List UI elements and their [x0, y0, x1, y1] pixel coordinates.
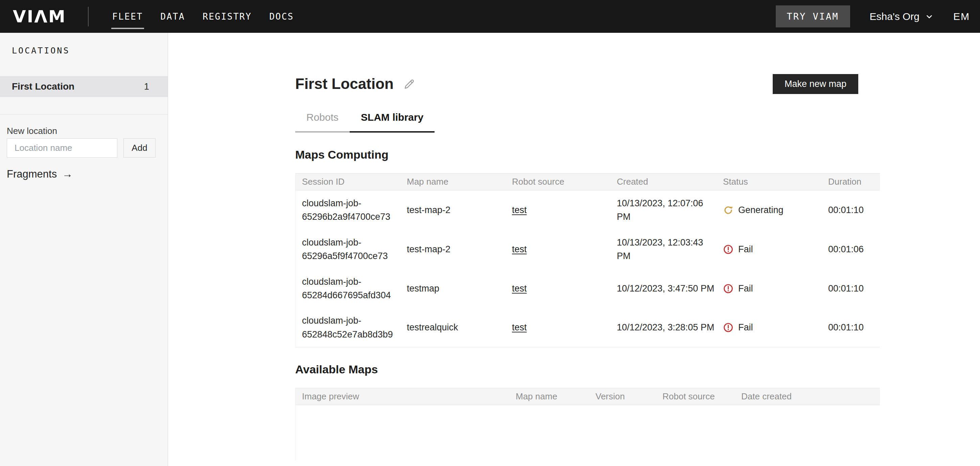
- main-content: First Location Make new map Robots SLAM …: [168, 33, 980, 466]
- edit-location-button[interactable]: [403, 78, 415, 90]
- map-name-cell: test-map-2: [400, 244, 506, 254]
- map-name-cell: test-map-2: [400, 205, 506, 215]
- alert-circle-icon: [723, 283, 733, 294]
- fragments-label: Fragments: [7, 168, 57, 180]
- column-header-version: Version: [589, 391, 656, 402]
- avatar[interactable]: EM: [953, 11, 970, 22]
- location-name-input[interactable]: [7, 138, 117, 157]
- sidebar-item-first-location[interactable]: First Location 1: [0, 76, 168, 97]
- status-cell: Fail: [717, 322, 822, 333]
- title-row: First Location Make new map: [295, 74, 880, 94]
- map-name-cell: testrealquick: [400, 322, 506, 333]
- table-row: cloudslam-job-65296b2a9f4700ce73 test-ma…: [296, 190, 880, 230]
- available-maps-table: Image preview Map name Version Robot sou…: [295, 388, 880, 461]
- location-count-badge: 1: [144, 81, 149, 92]
- created-cell: 10/13/2023, 12:07:06 PM: [610, 196, 717, 224]
- page-title: First Location: [295, 75, 394, 93]
- nav-divider: [88, 7, 89, 26]
- table-row: cloudslam-job-652848c52e7ab8d3b9 testrea…: [296, 308, 880, 347]
- locations-heading: LOCATIONS: [12, 46, 70, 56]
- session-id-cell: cloudslam-job-65296a5f9f4700ce73: [296, 236, 400, 263]
- pencil-icon: [403, 78, 415, 90]
- column-header-status: Status: [717, 177, 822, 187]
- table-row: cloudslam-job-65296a5f9f4700ce73 test-ma…: [296, 230, 880, 269]
- column-header-session-id: Session ID: [296, 177, 400, 187]
- status-label: Generating: [738, 205, 784, 215]
- duration-cell: 00:01:10: [822, 205, 880, 215]
- org-selector[interactable]: Esha's Org: [870, 11, 934, 22]
- robot-source-link[interactable]: test: [512, 283, 527, 294]
- tab-robots[interactable]: Robots: [295, 111, 350, 132]
- viam-logo[interactable]: VIΛM: [13, 8, 66, 25]
- robot-source-link[interactable]: test: [512, 322, 527, 332]
- created-cell: 10/12/2023, 3:47:50 PM: [610, 282, 717, 296]
- session-id-cell: cloudslam-job-65284d667695afd304: [296, 275, 400, 302]
- duration-cell: 00:01:10: [822, 283, 880, 294]
- session-id-cell: cloudslam-job-65296b2a9f4700ce73: [296, 196, 400, 224]
- tab-slam-library[interactable]: SLAM library: [350, 111, 434, 132]
- column-header-date-created: Date created: [735, 391, 880, 402]
- sidebar: LOCATIONS First Location 1 New location …: [0, 33, 168, 466]
- nav-item-registry[interactable]: REGISTRY: [202, 10, 251, 24]
- nav-right: TRY VIAM Esha's Org EM: [776, 5, 980, 27]
- table-row: cloudslam-job-65284d667695afd304 testmap…: [296, 269, 880, 308]
- chevron-down-icon: [925, 12, 934, 21]
- location-name: First Location: [12, 81, 75, 92]
- nav-item-docs[interactable]: DOCS: [269, 10, 294, 24]
- maps-computing-table-header: Session ID Map name Robot source Created…: [296, 173, 880, 190]
- make-new-map-button[interactable]: Make new map: [773, 74, 858, 94]
- available-maps-heading: Available Maps: [295, 363, 880, 376]
- refresh-icon: [723, 205, 733, 215]
- status-label: Fail: [738, 244, 753, 254]
- column-header-image-preview: Image preview: [296, 391, 509, 402]
- add-location-button[interactable]: Add: [123, 138, 156, 157]
- new-location-form: Add: [7, 138, 156, 157]
- column-header-robot-source: Robot source: [656, 391, 735, 402]
- column-header-map-name: Map name: [400, 177, 506, 187]
- fragments-link[interactable]: Fragments →: [7, 168, 73, 180]
- robot-source-link[interactable]: test: [512, 205, 527, 215]
- status-cell: Generating: [717, 205, 822, 215]
- org-name: Esha's Org: [870, 11, 920, 22]
- nav-item-fleet[interactable]: FLEET: [112, 10, 143, 24]
- maps-computing-table: Session ID Map name Robot source Created…: [295, 173, 880, 347]
- new-location-label: New location: [7, 126, 57, 136]
- status-cell: Fail: [717, 244, 822, 254]
- available-maps-table-header: Image preview Map name Version Robot sou…: [296, 388, 880, 405]
- session-id-cell: cloudslam-job-652848c52e7ab8d3b9: [296, 314, 400, 341]
- robot-source-link[interactable]: test: [512, 244, 527, 254]
- column-header-robot-source: Robot source: [506, 177, 610, 187]
- column-header-duration: Duration: [822, 177, 880, 187]
- column-header-map-name: Map name: [509, 391, 589, 402]
- status-label: Fail: [738, 322, 753, 333]
- duration-cell: 00:01:10: [822, 322, 880, 333]
- available-maps-empty-body: [296, 405, 880, 461]
- created-cell: 10/12/2023, 3:28:05 PM: [610, 321, 717, 334]
- top-nav: VIΛM FLEET DATA REGISTRY DOCS TRY VIAM E…: [0, 0, 980, 33]
- status-label: Fail: [738, 283, 753, 294]
- created-cell: 10/13/2023, 12:03:43 PM: [610, 236, 717, 263]
- arrow-right-icon: →: [62, 168, 73, 180]
- maps-computing-heading: Maps Computing: [295, 148, 880, 161]
- sidebar-divider: [0, 114, 168, 115]
- primary-nav: FLEET DATA REGISTRY DOCS: [112, 10, 294, 24]
- column-header-created: Created: [610, 177, 717, 187]
- status-cell: Fail: [717, 283, 822, 294]
- alert-circle-icon: [723, 244, 733, 254]
- try-viam-button[interactable]: TRY VIAM: [776, 5, 850, 27]
- map-name-cell: testmap: [400, 283, 506, 294]
- alert-circle-icon: [723, 322, 733, 333]
- tabs: Robots SLAM library: [295, 111, 880, 132]
- duration-cell: 00:01:06: [822, 244, 880, 254]
- nav-item-data[interactable]: DATA: [161, 10, 185, 24]
